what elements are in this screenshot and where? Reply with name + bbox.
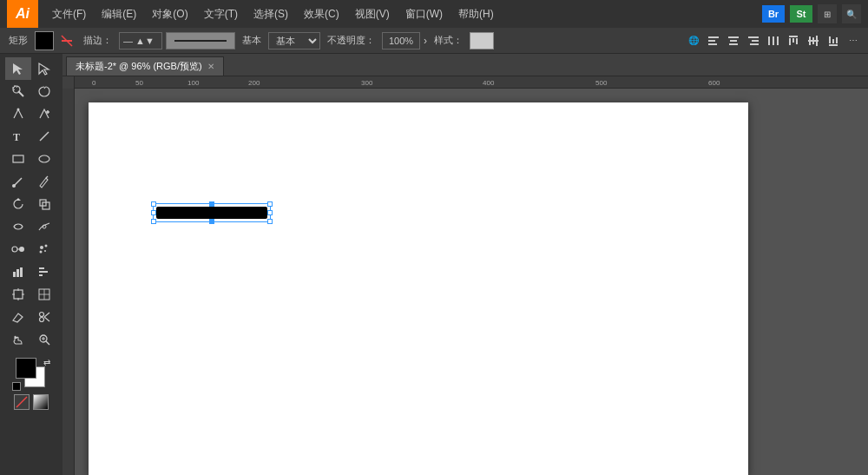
pen-tool[interactable]: [5, 102, 31, 125]
align-icons: 🌐 ⋯: [684, 31, 863, 50]
hand-tool[interactable]: [5, 328, 31, 351]
menu-edit[interactable]: 编辑(E): [96, 3, 141, 25]
paintbrush-tool[interactable]: [5, 170, 31, 193]
reset-icon[interactable]: [12, 382, 21, 391]
eraser-tool[interactable]: [5, 306, 31, 328]
lasso-tool[interactable]: [31, 80, 57, 102]
type-tool[interactable]: T: [5, 125, 31, 148]
svg-text:T: T: [13, 131, 20, 143]
handle-mid-right[interactable]: [267, 210, 273, 215]
align-center-icon[interactable]: [724, 31, 743, 50]
canvas-area: 未标题-2* @ 96% (RGB/预览) ✕ 0 50 100 200 300…: [62, 54, 868, 475]
bridge-button[interactable]: Br: [762, 5, 785, 23]
stroke-weight-select[interactable]: — ▲▼: [119, 32, 162, 49]
opacity-arrow[interactable]: ›: [424, 35, 427, 47]
magic-wand-tool[interactable]: [5, 80, 31, 102]
shape-container[interactable]: [156, 207, 267, 219]
align-bottom-icon[interactable]: [824, 31, 843, 50]
arrange-panels-icon[interactable]: ⊞: [818, 4, 837, 23]
menu-effect[interactable]: 效果(C): [299, 3, 345, 25]
svg-rect-17: [796, 38, 798, 44]
svg-rect-4: [708, 43, 717, 45]
document-tabs: 未标题-2* @ 96% (RGB/预览) ✕: [62, 54, 868, 76]
horizontal-ruler: 0 50 100 200 300 400 500 600: [62, 76, 868, 89]
globe-icon[interactable]: 🌐: [684, 31, 703, 50]
document-tab-1[interactable]: 未标题-2* @ 96% (RGB/预览) ✕: [66, 56, 224, 76]
column-graph-tool[interactable]: [5, 261, 31, 283]
fill-swatch-fg[interactable]: [16, 358, 36, 379]
handle-bottom-left[interactable]: [151, 219, 156, 224]
gradient-btn[interactable]: [33, 394, 49, 410]
document-canvas[interactable]: [75, 89, 868, 475]
svg-rect-8: [748, 36, 759, 38]
stroke-icon[interactable]: [57, 31, 76, 50]
distribute-icon[interactable]: [764, 31, 783, 50]
svg-rect-54: [20, 267, 23, 277]
svg-point-46: [19, 247, 24, 252]
svg-rect-22: [829, 44, 838, 46]
rectangle-tool[interactable]: [5, 148, 31, 170]
more-options-icon[interactable]: ⋯: [844, 31, 863, 50]
svg-point-39: [12, 184, 16, 188]
opacity-input[interactable]: 100%: [382, 32, 420, 49]
scale-tool[interactable]: [31, 193, 57, 215]
blend-tool[interactable]: [5, 238, 31, 261]
symbol-sprayer-tool[interactable]: [31, 238, 57, 261]
menu-file[interactable]: 文件(F): [47, 3, 91, 25]
ellipse-tool[interactable]: [31, 148, 57, 170]
tool-row-1: [0, 57, 62, 80]
ruler-marks: 0 50 100 200 300 400 500 600: [75, 76, 868, 88]
stock-button[interactable]: St: [790, 5, 812, 23]
svg-marker-41: [16, 198, 21, 201]
pencil-tool[interactable]: [31, 170, 57, 193]
slice-tool[interactable]: [31, 283, 57, 306]
handle-top-right[interactable]: [267, 201, 273, 207]
menu-text[interactable]: 文字(T): [199, 3, 243, 25]
svg-rect-20: [812, 37, 814, 44]
rectangle-shape[interactable]: [156, 207, 267, 219]
stroke-style-select[interactable]: 基本: [268, 32, 320, 49]
svg-text:200: 200: [248, 79, 260, 87]
handle-bottom-right[interactable]: [267, 219, 273, 224]
add-anchor-tool[interactable]: [31, 102, 57, 125]
svg-point-32: [17, 109, 20, 111]
reshape-tool[interactable]: [31, 215, 57, 238]
svg-rect-7: [729, 43, 738, 45]
swap-icon[interactable]: ⇄: [43, 358, 50, 367]
direct-selection-tool[interactable]: [31, 57, 57, 80]
search-icon[interactable]: 🔍: [842, 4, 861, 23]
handle-top-left[interactable]: [151, 201, 156, 207]
svg-point-38: [39, 155, 49, 162]
align-left-icon[interactable]: [704, 31, 723, 50]
menu-view[interactable]: 视图(V): [350, 3, 395, 25]
svg-rect-14: [789, 36, 798, 37]
zoom-tool[interactable]: [31, 328, 57, 351]
svg-line-36: [40, 132, 49, 141]
menu-window[interactable]: 窗口(W): [400, 3, 448, 25]
style-swatch[interactable]: [470, 32, 494, 49]
svg-rect-37: [13, 155, 23, 162]
none-color-btn[interactable]: [14, 394, 30, 410]
scissors-tool[interactable]: [31, 306, 57, 328]
fill-swatch[interactable]: [35, 31, 54, 50]
align-right-icon[interactable]: [744, 31, 763, 50]
align-top-icon[interactable]: [784, 31, 803, 50]
menu-select[interactable]: 选择(S): [248, 3, 293, 25]
bar-graph-tool[interactable]: [31, 261, 57, 283]
tab-label: 未标题-2* @ 96% (RGB/预览): [76, 60, 202, 73]
artboard-tool[interactable]: [5, 283, 31, 306]
handle-bottom-mid[interactable]: [209, 219, 214, 224]
rotate-tool[interactable]: [5, 193, 31, 215]
align-middle-icon[interactable]: [804, 31, 823, 50]
selection-tool[interactable]: [5, 57, 31, 80]
line-tool[interactable]: [31, 125, 57, 148]
svg-line-74: [16, 397, 27, 407]
menu-help[interactable]: 帮助(H): [453, 3, 499, 25]
tool-row-9: [0, 238, 62, 261]
stroke-style-preview[interactable]: [166, 32, 235, 49]
menu-object[interactable]: 对象(O): [147, 3, 193, 25]
svg-rect-6: [730, 40, 737, 42]
warp-tool[interactable]: [5, 215, 31, 238]
tools-panel: T: [0, 54, 62, 475]
tab-close-button[interactable]: ✕: [207, 62, 214, 71]
